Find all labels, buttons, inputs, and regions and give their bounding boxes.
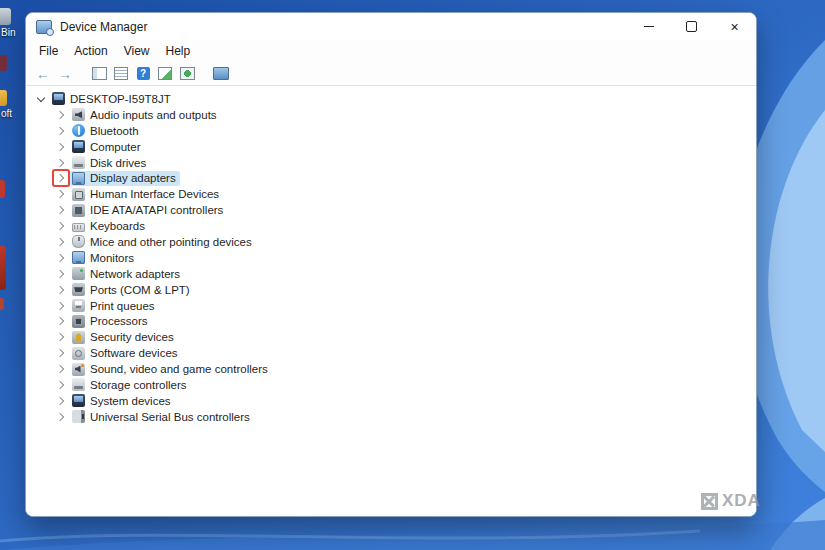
display-icon: [72, 172, 85, 185]
tree-item-label: Print queues: [90, 300, 155, 312]
collapse-chevron-icon[interactable]: [34, 92, 48, 106]
tree-item[interactable]: Security devices: [26, 329, 756, 345]
tree-item-label: Ports (COM & LPT): [90, 284, 190, 296]
desktop-icon[interactable]: [0, 298, 4, 310]
menu-view[interactable]: View: [116, 42, 158, 60]
tree-item[interactable]: Storage controllers: [26, 377, 756, 393]
devices-button[interactable]: [210, 64, 232, 83]
storage-icon: [72, 378, 85, 391]
tree-item-label: Computer: [90, 141, 141, 153]
desktop-icon-label[interactable]: oft: [1, 108, 12, 119]
tree-item[interactable]: Software devices: [26, 345, 756, 361]
tree-item[interactable]: Bluetooth: [26, 123, 756, 139]
tree-item[interactable]: Universal Serial Bus controllers: [26, 409, 756, 425]
expand-chevron-icon[interactable]: [54, 187, 68, 201]
disk-icon: [72, 156, 85, 169]
system-icon: [72, 394, 85, 407]
tree-item[interactable]: Sound, video and game controllers: [26, 361, 756, 377]
expand-chevron-icon[interactable]: [54, 346, 68, 360]
tree-item[interactable]: IDE ATA/ATAPI controllers: [26, 202, 756, 218]
expand-chevron-icon-highlighted[interactable]: [54, 171, 68, 185]
desktop-icon[interactable]: [0, 180, 5, 198]
tree-item[interactable]: Audio inputs and outputs: [26, 107, 756, 123]
tree-item-label: Network adapters: [90, 268, 180, 280]
expand-chevron-icon[interactable]: [54, 378, 68, 392]
expand-chevron-icon[interactable]: [54, 219, 68, 233]
title-bar[interactable]: Device Manager ×: [26, 13, 756, 40]
scan-hardware-button[interactable]: [176, 64, 198, 83]
tree-item[interactable]: Processors: [26, 313, 756, 329]
menu-file[interactable]: File: [31, 42, 66, 60]
processor-icon: [72, 315, 85, 328]
tree-item[interactable]: Ports (COM & LPT): [26, 282, 756, 298]
close-button[interactable]: ×: [713, 13, 756, 40]
mouse-icon: [72, 235, 85, 248]
audio-icon: [72, 108, 85, 121]
tree-root-label: DESKTOP-I59T8JT: [70, 93, 171, 105]
expand-chevron-icon[interactable]: [54, 267, 68, 281]
tree-item-label: Software devices: [90, 347, 178, 359]
usb-icon: [72, 410, 85, 423]
tree-item-label: Processors: [90, 315, 148, 327]
sound-icon: [72, 363, 85, 376]
tree-root[interactable]: DESKTOP-I59T8JT: [26, 91, 756, 107]
recycle-bin-icon[interactable]: [0, 8, 11, 25]
xda-logo-icon: [701, 493, 718, 510]
expand-chevron-icon[interactable]: [54, 362, 68, 376]
expand-chevron-icon[interactable]: [54, 235, 68, 249]
expand-chevron-icon[interactable]: [54, 394, 68, 408]
console-pane: DESKTOP-I59T8JT Audio inputs and outputs…: [26, 86, 756, 516]
computer-icon: [52, 92, 65, 105]
window-title: Device Manager: [60, 20, 147, 34]
expand-chevron-icon[interactable]: [54, 314, 68, 328]
tree-item-label: Sound, video and game controllers: [90, 363, 268, 375]
back-button[interactable]: [32, 64, 54, 83]
expand-chevron-icon[interactable]: [54, 299, 68, 313]
expand-chevron-icon[interactable]: [54, 283, 68, 297]
tree-item[interactable]: System devices: [26, 393, 756, 409]
hid-icon: [72, 188, 85, 201]
tree-item-label: Universal Serial Bus controllers: [90, 411, 250, 423]
menu-bar: File Action View Help: [26, 40, 756, 62]
maximize-button[interactable]: [670, 13, 713, 40]
export-list-button[interactable]: [154, 64, 176, 83]
minimize-button[interactable]: [627, 13, 670, 40]
tree-item[interactable]: Disk drives: [26, 155, 756, 171]
desktop-icon-label[interactable]: Bin: [1, 27, 15, 38]
expand-chevron-icon[interactable]: [54, 156, 68, 170]
tree-item[interactable]: Computer: [26, 139, 756, 155]
desktop-icon[interactable]: [0, 246, 6, 290]
tree-item-label: System devices: [90, 395, 171, 407]
menu-help[interactable]: Help: [158, 42, 199, 60]
keyboard-icon: [72, 223, 85, 232]
tree-item[interactable]: Mice and other pointing devices: [26, 234, 756, 250]
device-manager-icon: [36, 20, 52, 34]
tree-item[interactable]: Print queues: [26, 298, 756, 314]
tree-item[interactable]: Keyboards: [26, 218, 756, 234]
desktop-icon[interactable]: [0, 55, 7, 71]
expand-chevron-icon[interactable]: [54, 203, 68, 217]
properties-button[interactable]: [110, 64, 132, 83]
bluetooth-icon: [72, 124, 85, 137]
tree-item-label: Monitors: [90, 252, 134, 264]
forward-button[interactable]: [54, 64, 76, 83]
expand-chevron-icon[interactable]: [54, 410, 68, 424]
expand-chevron-icon[interactable]: [54, 251, 68, 265]
network-icon: [72, 267, 85, 280]
tree-item[interactable]: Network adapters: [26, 266, 756, 282]
tree-item[interactable]: Display adapters: [26, 170, 756, 186]
expand-chevron-icon[interactable]: [54, 330, 68, 344]
menu-action[interactable]: Action: [66, 42, 115, 60]
help-button[interactable]: [132, 64, 154, 83]
tree-item-label: IDE ATA/ATAPI controllers: [90, 204, 223, 216]
software-icon: [72, 347, 85, 360]
tree-item[interactable]: Monitors: [26, 250, 756, 266]
expand-chevron-icon[interactable]: [54, 140, 68, 154]
ide-icon: [72, 204, 85, 217]
tree-item[interactable]: Human Interface Devices: [26, 186, 756, 202]
tree-item-label: Keyboards: [90, 220, 145, 232]
console-tree-button[interactable]: [88, 64, 110, 83]
desktop-icon[interactable]: [0, 90, 7, 106]
expand-chevron-icon[interactable]: [54, 108, 68, 122]
expand-chevron-icon[interactable]: [54, 124, 68, 138]
